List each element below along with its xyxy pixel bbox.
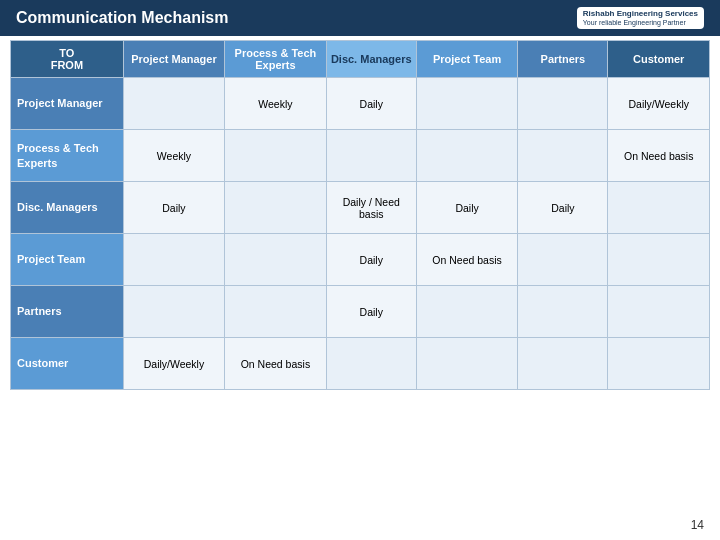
table-cell: Daily — [326, 234, 416, 286]
table-cell — [608, 182, 710, 234]
table-cell — [416, 130, 517, 182]
th-process-tech: Process & Tech Experts — [225, 41, 326, 78]
th-customer: Customer — [608, 41, 710, 78]
table-row: Project ManagerWeeklyDailyDaily/Weekly — [11, 78, 710, 130]
table-cell — [326, 338, 416, 390]
table-cell — [518, 338, 608, 390]
logo-text: Rishabh Engineering Services — [583, 9, 698, 19]
table-cell — [518, 234, 608, 286]
table-body: Project ManagerWeeklyDailyDaily/WeeklyPr… — [11, 78, 710, 390]
communication-table: TO FROM Project Manager Process & Tech E… — [10, 40, 710, 390]
th-project-manager: Project Manager — [123, 41, 224, 78]
th-from-to: TO FROM — [11, 41, 124, 78]
table-row: Disc. ManagersDailyDaily / Need basisDai… — [11, 182, 710, 234]
row-label: Project Manager — [11, 78, 124, 130]
table-cell: Daily — [123, 182, 224, 234]
table-cell — [416, 78, 517, 130]
table-cell: Daily/Weekly — [123, 338, 224, 390]
table-cell — [123, 234, 224, 286]
th-project-team: Project Team — [416, 41, 517, 78]
row-label: Customer — [11, 338, 124, 390]
table-cell — [518, 130, 608, 182]
logo-area: Rishabh Engineering Services Your reliab… — [577, 7, 704, 29]
row-label: Disc. Managers — [11, 182, 124, 234]
row-label: Process & Tech Experts — [11, 130, 124, 182]
table-cell: On Need basis — [225, 338, 326, 390]
logo: Rishabh Engineering Services Your reliab… — [577, 7, 704, 29]
table-cell — [608, 338, 710, 390]
page-number: 14 — [691, 518, 704, 532]
page: { "header": { "title": "Communication Me… — [0, 0, 720, 540]
row-label: Partners — [11, 286, 124, 338]
table-cell: Daily — [518, 182, 608, 234]
table-row: CustomerDaily/WeeklyOn Need basis — [11, 338, 710, 390]
row-label: Project Team — [11, 234, 124, 286]
page-header: Communication Mechanism Rishabh Engineer… — [0, 0, 720, 36]
table-cell — [416, 286, 517, 338]
page-footer: 14 — [675, 514, 720, 536]
th-disc-managers: Disc. Managers — [326, 41, 416, 78]
table-cell — [225, 286, 326, 338]
table-cell: Daily — [416, 182, 517, 234]
table-cell: On Need basis — [608, 130, 710, 182]
table-cell — [225, 130, 326, 182]
table-cell — [123, 286, 224, 338]
table-row: PartnersDaily — [11, 286, 710, 338]
table-cell: Weekly — [123, 130, 224, 182]
table-cell — [326, 130, 416, 182]
table-header-row: TO FROM Project Manager Process & Tech E… — [11, 41, 710, 78]
table-cell — [416, 338, 517, 390]
th-partners: Partners — [518, 41, 608, 78]
logo-sub: Your reliable Engineering Partner — [583, 19, 698, 27]
table-cell — [518, 78, 608, 130]
table-cell: Daily — [326, 286, 416, 338]
table-row: Project TeamDailyOn Need basis — [11, 234, 710, 286]
table-cell: Weekly — [225, 78, 326, 130]
table-cell — [608, 234, 710, 286]
table-cell: Daily/Weekly — [608, 78, 710, 130]
table-cell — [225, 234, 326, 286]
table-cell: Daily — [326, 78, 416, 130]
page-title: Communication Mechanism — [16, 9, 228, 27]
table-container: TO FROM Project Manager Process & Tech E… — [0, 36, 720, 394]
table-cell — [608, 286, 710, 338]
table-cell — [225, 182, 326, 234]
table-row: Process & Tech ExpertsWeeklyOn Need basi… — [11, 130, 710, 182]
table-cell: On Need basis — [416, 234, 517, 286]
table-cell — [123, 78, 224, 130]
table-cell — [518, 286, 608, 338]
table-cell: Daily / Need basis — [326, 182, 416, 234]
